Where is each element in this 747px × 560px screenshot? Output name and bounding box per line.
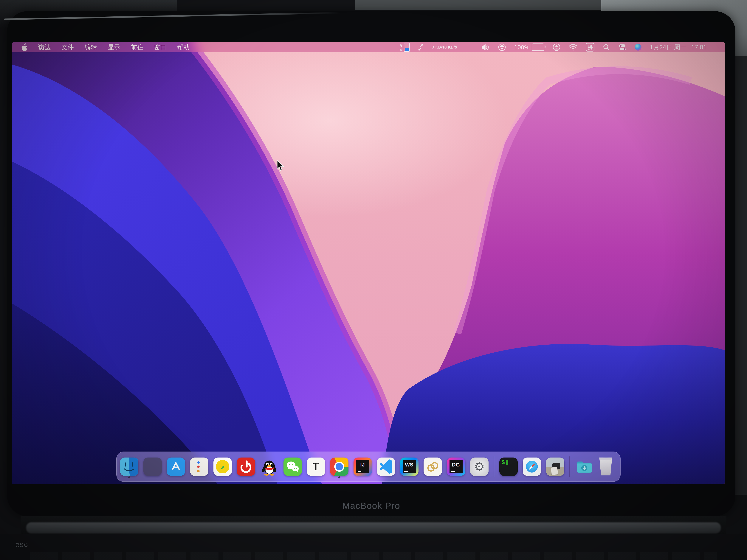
menu-bar-left: 访达 文件 编辑 显示 前往 窗口 帮助 bbox=[12, 43, 189, 52]
reminders-icon bbox=[190, 457, 208, 476]
download-speed: 0 KB/s bbox=[444, 45, 457, 50]
qq-music-icon: ♪ bbox=[213, 457, 232, 476]
dock-item-terminal[interactable]: $ bbox=[499, 457, 518, 476]
typora-icon: T bbox=[307, 457, 325, 476]
datagrip-icon: DG bbox=[447, 457, 465, 476]
wifi-icon[interactable] bbox=[569, 44, 577, 51]
battery-widget[interactable]: 100% bbox=[514, 44, 544, 51]
menu-item-window[interactable]: 窗口 bbox=[154, 43, 166, 52]
photo-thumbnail-icon bbox=[546, 457, 564, 476]
dock-item-downloads[interactable] bbox=[575, 457, 593, 476]
dock-item-wechat[interactable] bbox=[283, 457, 302, 476]
menu-item-help[interactable]: 帮助 bbox=[177, 43, 189, 52]
netease-music-icon bbox=[237, 457, 255, 476]
menu-item-go[interactable]: 前往 bbox=[131, 43, 143, 52]
wechat-icon bbox=[283, 457, 302, 476]
menu-bar-date: 1月24日 周一 bbox=[650, 43, 686, 52]
dock-item-reminders[interactable] bbox=[190, 457, 208, 476]
dock-separator bbox=[569, 456, 570, 477]
menu-bar: 访达 文件 编辑 显示 前往 窗口 帮助 M E M ↗↙ 0 KB/s 0 K… bbox=[12, 42, 725, 52]
apple-menu-icon[interactable] bbox=[21, 43, 27, 51]
dock-item-launchpad[interactable] bbox=[144, 457, 162, 476]
finder-icon bbox=[120, 457, 138, 476]
upload-speed: 0 KB/s bbox=[432, 45, 444, 50]
dock: ♪ bbox=[117, 452, 621, 482]
qq-penguin-icon bbox=[260, 457, 279, 476]
dock-item-chrome[interactable] bbox=[330, 457, 349, 476]
dock-item-navicat[interactable] bbox=[423, 457, 442, 476]
desktop-wallpaper[interactable] bbox=[12, 42, 725, 484]
webstorm-icon: WS bbox=[400, 457, 418, 476]
intellij-idea-icon: IJ bbox=[354, 457, 372, 476]
dock-item-netease-music[interactable] bbox=[237, 457, 255, 476]
esc-key: esc bbox=[15, 540, 28, 549]
dock-item-qq[interactable] bbox=[260, 457, 279, 476]
clock-widget[interactable]: 1月24日 周一 17:01 bbox=[650, 43, 707, 52]
dock-item-trash[interactable] bbox=[598, 457, 617, 476]
running-indicator bbox=[128, 476, 130, 478]
dock-item-intellij-idea[interactable]: IJ bbox=[354, 457, 372, 476]
chrome-icon bbox=[330, 457, 349, 476]
system-preferences-icon: ⚙ bbox=[470, 457, 489, 476]
dock-item-system-preferences[interactable]: ⚙ bbox=[470, 457, 489, 476]
network-arrows-icon[interactable]: ↗↙ bbox=[418, 43, 423, 51]
dock-item-typora[interactable]: T bbox=[307, 457, 325, 476]
deck-front-edge bbox=[26, 522, 721, 533]
trash-icon bbox=[598, 457, 613, 475]
safari-icon bbox=[523, 457, 541, 476]
input-method-icon[interactable]: 拼 bbox=[586, 43, 594, 52]
user-account-icon[interactable] bbox=[552, 43, 561, 51]
battery-percent: 100% bbox=[514, 44, 530, 51]
terminal-icon: $ bbox=[499, 457, 518, 476]
memory-monitor-widget[interactable]: M E M bbox=[401, 43, 410, 52]
macbook-pro-label: MacBook Pro bbox=[342, 501, 400, 511]
menu-item-view[interactable]: 显示 bbox=[108, 43, 120, 52]
menu-bar-status: M E M ↗↙ 0 KB/s 0 KB/s bbox=[401, 43, 725, 52]
window-manager-icon[interactable] bbox=[465, 43, 473, 51]
keyboard-keys-row bbox=[30, 552, 717, 560]
vscode-icon bbox=[377, 457, 395, 476]
navicat-icon bbox=[423, 457, 442, 476]
app-store-icon bbox=[167, 457, 185, 476]
network-speed-widget[interactable]: 0 KB/s 0 KB/s bbox=[432, 45, 457, 50]
menu-item-edit[interactable]: 编辑 bbox=[85, 43, 97, 52]
control-center-icon[interactable] bbox=[618, 44, 626, 51]
siri-icon[interactable] bbox=[635, 44, 642, 51]
display: 访达 文件 编辑 显示 前往 窗口 帮助 M E M ↗↙ 0 KB/s 0 K… bbox=[12, 42, 725, 484]
running-indicator bbox=[338, 476, 340, 478]
mouse-cursor bbox=[276, 160, 285, 172]
dock-item-datagrip[interactable]: DG bbox=[447, 457, 465, 476]
dock-item-vscode[interactable] bbox=[377, 457, 395, 476]
menu-item-finder[interactable]: 访达 bbox=[38, 43, 51, 52]
battery-icon bbox=[532, 44, 544, 51]
dock-item-preview-file[interactable] bbox=[546, 457, 564, 476]
mem-label: M E M bbox=[401, 44, 403, 51]
dock-item-webstorm[interactable]: WS bbox=[400, 457, 418, 476]
accessibility-icon[interactable] bbox=[498, 43, 506, 51]
dock-separator bbox=[494, 456, 494, 477]
launchpad-icon bbox=[144, 457, 162, 476]
mem-gauge bbox=[404, 43, 410, 52]
volume-icon[interactable] bbox=[481, 44, 490, 51]
menu-bar-time: 17:01 bbox=[691, 44, 707, 51]
dock-item-qq-music[interactable]: ♪ bbox=[213, 457, 232, 476]
downloads-folder-icon bbox=[575, 457, 593, 476]
dock-item-app-store[interactable] bbox=[167, 457, 185, 476]
dock-item-safari[interactable] bbox=[523, 457, 541, 476]
dock-item-finder[interactable] bbox=[120, 457, 138, 476]
spotlight-icon[interactable] bbox=[603, 44, 610, 51]
menu-item-file[interactable]: 文件 bbox=[61, 43, 74, 52]
